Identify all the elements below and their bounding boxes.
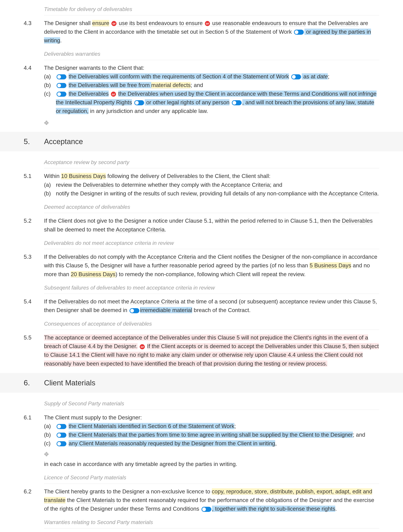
alt-text: use reasonable endeavours to ensure <box>211 20 306 26</box>
clause-number: 5.1 <box>24 172 44 198</box>
text: ; and <box>353 432 365 438</box>
editable-field[interactable]: 5 Business Days <box>309 262 351 269</box>
clause-4-3: 4.3 The Designer shall ensure or use its… <box>24 19 379 45</box>
toggle-icon[interactable] <box>130 308 139 313</box>
subheading-acceptance-review: Acceptance review by second party <box>44 157 379 168</box>
subheading-supply-materials: Supply of Second Party materials <box>44 398 379 410</box>
clause-5-5: 5.5 The acceptance or deemed acceptance … <box>24 333 379 368</box>
clause-body: The acceptance or deemed acceptance of t… <box>44 333 379 368</box>
optional-text: as at date <box>302 73 328 80</box>
text: reasonably requested by the Designer fro… <box>118 440 275 446</box>
clause-number: 6.2 <box>24 487 44 513</box>
sub-body: the Deliverables will conform with the r… <box>56 72 379 81</box>
text: The Client hereby grants to the Designer… <box>44 488 212 494</box>
text: If the <box>44 298 58 305</box>
section-title: Acceptance <box>44 136 83 147</box>
add-clause-icon[interactable] <box>44 452 49 456</box>
editable-field[interactable]: 20 Business Days <box>71 271 115 278</box>
term-client-materials: Client Materials <box>79 440 118 447</box>
optional-text: the Client Materials that the parties fr… <box>69 432 353 438</box>
text: identified in Section 6 of the Statement… <box>116 423 234 429</box>
sub-item-a: (a) the Deliverables will conform with t… <box>44 72 379 81</box>
sub-body: notify the Designer in writing of the re… <box>56 189 379 198</box>
term-deliverables: Deliverables <box>83 182 114 188</box>
text: , <box>275 440 277 446</box>
or-badge-icon[interactable]: or <box>111 21 116 26</box>
toggle-icon[interactable] <box>134 100 144 105</box>
toggle-icon[interactable] <box>291 74 301 79</box>
subheading-deliverables-warranties: Deliverables warranties <box>44 48 379 60</box>
sub-body: the Deliverables or the Deliverables whe… <box>56 89 379 115</box>
clause-body: If the Deliverables do not comply with t… <box>44 253 379 278</box>
clause-intro: The Designer warrants to the Client that… <box>44 63 379 72</box>
or-badge-icon[interactable]: or <box>205 21 210 26</box>
toggle-icon[interactable] <box>57 433 66 438</box>
clause-number: 5.5 <box>24 333 44 368</box>
clause-body: Within 10 Business Days following the de… <box>44 172 379 198</box>
clause-number: 5.4 <box>24 297 44 314</box>
clause-5-4: 5.4 If the Deliverables do not meet the … <box>24 297 379 314</box>
text: . <box>377 190 379 196</box>
text: do not comply with the <box>89 254 147 260</box>
optional-text: the Deliverables will be free from mater… <box>69 82 191 88</box>
toggle-icon[interactable] <box>57 424 66 429</box>
sub-marker: (a) <box>44 180 56 189</box>
sub-marker: (a) <box>44 72 56 81</box>
text: the Deliverables will be free from <box>69 82 151 88</box>
or-badge-icon[interactable]: or <box>111 92 116 97</box>
clause-number: 4.4 <box>24 63 44 115</box>
sub-marker: (b) <box>44 431 56 439</box>
term-deliverables: Deliverables <box>58 254 89 260</box>
text: review the <box>56 182 83 188</box>
text: that the <box>306 20 328 26</box>
subheading-subsequent-failures: Subseqent failures of deliverables to me… <box>44 282 379 294</box>
subheading-licence-materials: Licence of Second Party materials <box>44 472 379 484</box>
clause-body: If the Client does not give to the Desig… <box>44 216 379 234</box>
toggle-icon[interactable] <box>294 30 304 35</box>
text: ; and <box>270 182 282 188</box>
term-acceptance-criteria: Acceptance Criteria <box>221 182 270 188</box>
subheading-deemed-acceptance: Deemed acceptance of deliverables <box>44 201 379 213</box>
term-deliverables: Deliverables <box>342 218 373 224</box>
section-5-header: 5. Acceptance <box>0 132 403 151</box>
toggle-icon[interactable] <box>57 83 66 88</box>
toggle-icon[interactable] <box>57 74 66 79</box>
subheading-warranties-materials: Warranties relating to Second Party mate… <box>44 516 379 528</box>
clause-number: 5.2 <box>24 216 44 234</box>
term-client-materials: Client Materials <box>78 432 116 438</box>
optional-text: the Deliverables will conform with the r… <box>69 73 289 80</box>
clause-body: If the Deliverables do not meet the Acce… <box>44 297 379 314</box>
subheading-consequences: Consequences of acceptance of deliverabl… <box>44 318 379 330</box>
term-acceptance-criteria: Acceptance Criteria <box>147 254 196 260</box>
clause-body: The Client hereby grants to the Designer… <box>44 487 379 513</box>
or-badge-icon[interactable]: or <box>140 344 145 349</box>
toggle-icon[interactable] <box>57 441 66 446</box>
text: any <box>69 440 79 446</box>
optional-text: irremediable material <box>140 307 192 313</box>
sub-body: the Deliverables will be free from mater… <box>56 81 379 89</box>
add-clause-icon[interactable] <box>44 120 49 125</box>
text: following the delivery of <box>106 173 167 179</box>
text: notify the Designer in writing of the re… <box>56 190 329 196</box>
text: as at <box>302 73 317 80</box>
subheading-timetable: Timetable for delivery of deliverables <box>44 3 379 15</box>
sub-marker: (c) <box>44 89 56 115</box>
sub-marker: (b) <box>44 81 56 89</box>
text: the <box>66 497 76 503</box>
term-deliverables: Deliverables <box>58 298 89 305</box>
sub-item-a: (a) review the Deliverables to determine… <box>44 180 379 189</box>
sub-item-b: (b) notify the Designer in writing of th… <box>44 189 379 198</box>
editable-field[interactable]: 10 Business Days <box>61 173 106 179</box>
placeholder-date[interactable]: date <box>317 73 328 80</box>
toggle-icon[interactable] <box>232 100 242 105</box>
toggle-icon[interactable] <box>202 507 211 512</box>
section-number: 5. <box>24 136 44 147</box>
editable-field[interactable]: ensure <box>92 20 109 26</box>
text: The Designer shall <box>44 20 92 26</box>
sub-item-b: (b) the Client Materials that the partie… <box>44 431 379 439</box>
clause-intro: The Client must supply to the Designer: <box>44 413 379 422</box>
optional-text: the Client Materials identified in Secti… <box>69 423 234 429</box>
toggle-icon[interactable] <box>57 92 66 97</box>
clause-number: 5.3 <box>24 253 44 278</box>
editable-field[interactable]: material defects <box>151 82 191 88</box>
